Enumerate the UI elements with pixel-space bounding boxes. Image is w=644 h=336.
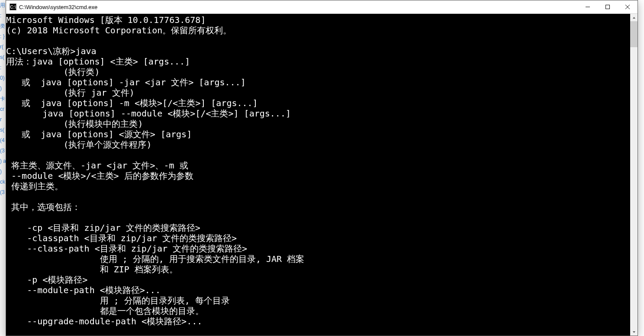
minimize-button[interactable] — [578, 0, 598, 13]
cmd-window: C:\ C:\Windows\system32\cmd.exe Microsof… — [6, 0, 638, 336]
background-left-gutter: 用 : 类 : } r( s( : 0) ) 卡 cr r s( (4 (3 )… — [0, 0, 6, 336]
chevron-down-icon — [632, 330, 636, 334]
titlebar[interactable]: C:\ C:\Windows\system32\cmd.exe — [6, 0, 638, 14]
scroll-up-button[interactable] — [630, 14, 638, 21]
scrollbar-thumb[interactable] — [630, 21, 638, 47]
minimize-icon — [586, 5, 590, 9]
close-button[interactable] — [618, 0, 638, 13]
svg-rect-1 — [606, 5, 610, 9]
maximize-button[interactable] — [598, 0, 618, 13]
cmd-icon: C:\ — [10, 3, 16, 10]
console-scrollbar[interactable] — [630, 14, 638, 336]
window-title: C:\Windows\system32\cmd.exe — [19, 4, 97, 10]
scrollbar-track[interactable] — [630, 21, 638, 328]
console-output[interactable]: Microsoft Windows [版本 10.0.17763.678] (c… — [6, 14, 630, 336]
close-icon — [625, 5, 630, 9]
scroll-down-button[interactable] — [630, 328, 638, 336]
maximize-icon — [605, 5, 610, 9]
svg-marker-5 — [633, 331, 635, 333]
chevron-up-icon — [632, 16, 636, 19]
svg-marker-4 — [633, 17, 635, 19]
console-client-area: Microsoft Windows [版本 10.0.17763.678] (c… — [6, 14, 638, 336]
background-right-margin — [638, 0, 644, 336]
